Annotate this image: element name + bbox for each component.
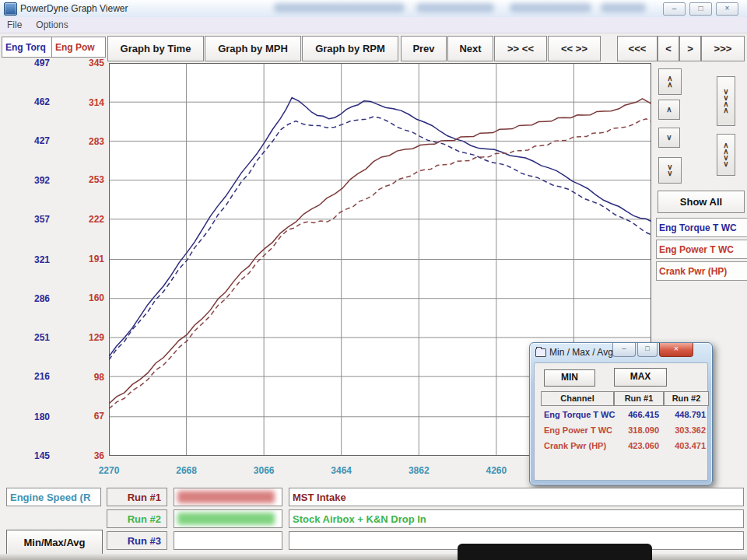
toolbar-button--[interactable]: <<< xyxy=(617,36,658,61)
toolbar-button-graph-by-rpm[interactable]: Graph by RPM xyxy=(302,36,398,61)
powerdyne-window: { "window": { "title": "PowerDyne Graph … xyxy=(0,0,747,560)
show-all-button[interactable]: Show All xyxy=(658,191,745,213)
app-icon xyxy=(4,2,17,16)
dialog-maximize-button[interactable]: □ xyxy=(637,343,658,357)
run-1-note-field[interactable]: MST Intake xyxy=(289,488,744,506)
chevron-double-up-button[interactable]: ∧ ∧ xyxy=(658,68,682,95)
torque-tick-label: 145 xyxy=(14,450,50,461)
spinner-expand-icon: ∧ ∧ ∨ ∨ xyxy=(723,142,728,167)
minimize-button[interactable]: – xyxy=(663,2,686,16)
toolbar-button--[interactable]: << >> xyxy=(548,36,601,61)
torque-tick-label: 357 xyxy=(14,214,50,225)
run-2-note-field[interactable]: Stock Airbox + K&N Drop In xyxy=(289,509,744,528)
redacted-run-1-value xyxy=(177,491,275,503)
torque-tick-label: 216 xyxy=(14,371,50,382)
menu-file[interactable]: File xyxy=(0,17,29,30)
torque-tick-label: 462 xyxy=(14,96,50,107)
run-label-3: Run #3 xyxy=(107,531,167,550)
power-tick-label: 345 xyxy=(72,58,104,68)
toolbar-button-graph-by-time[interactable]: Graph by Time xyxy=(107,36,204,61)
legend-eng-power-t-wc[interactable]: Eng Power T WC xyxy=(656,240,747,259)
chevron-up-button[interactable]: ∧ xyxy=(658,100,680,120)
power-tick-label: 36 xyxy=(72,450,104,461)
torque-tick-label: 286 xyxy=(14,293,50,304)
title-bar: PowerDyne Graph Viewer –□× xyxy=(0,0,747,18)
dialog-minimize-button[interactable]: – xyxy=(612,343,636,357)
menu-bar: FileOptions xyxy=(0,17,747,33)
column-header-run1[interactable]: Run #1 xyxy=(614,391,664,406)
redacted-run-2-value xyxy=(177,513,275,525)
chevron-double-up-icon: ∧ ∧ xyxy=(667,75,672,88)
toolbar-button-prev[interactable]: Prev xyxy=(401,36,447,61)
toolbar-button-graph-by-mph[interactable]: Graph by MPH xyxy=(205,36,301,61)
power-tick-label: 222 xyxy=(72,214,104,225)
column-header-run2[interactable]: Run #2 xyxy=(664,391,709,406)
torque-tick-label: 321 xyxy=(14,254,50,265)
rpm-tick-label: 2270 xyxy=(99,465,120,476)
dialog-row-channel: Crank Pwr (HP) xyxy=(544,441,606,450)
spinner-collapse-button[interactable]: ∨ ∨ ∧ ∧ xyxy=(717,76,735,126)
toolbar-button--[interactable]: >> << xyxy=(494,36,547,61)
dialog-row-run2-value: 403.471 xyxy=(662,441,706,450)
power-tick-label: 98 xyxy=(72,372,104,383)
minmaxavg-button[interactable]: Min/Max/Avg xyxy=(6,530,103,555)
axis-selector-torque[interactable]: Eng Torq xyxy=(2,37,54,58)
dialog-row-run2-value: 448.791 xyxy=(662,410,706,419)
dialog-row-run1-value: 318.090 xyxy=(614,425,659,435)
rpm-tick-label: 3066 xyxy=(254,465,275,476)
close-button[interactable]: × xyxy=(716,2,738,16)
max-button[interactable]: MAX xyxy=(614,368,667,387)
run-2-value-field[interactable] xyxy=(174,509,282,528)
background-window-fragment xyxy=(458,544,652,560)
axis-selector-power[interactable]: Eng Pow xyxy=(51,37,106,58)
dialog-body: MIN MAX Channel Run #1 Run #2 Eng Torque… xyxy=(534,362,708,481)
power-tick-label: 283 xyxy=(72,136,104,147)
run-label-2: Run #2 xyxy=(107,509,167,528)
min-button[interactable]: MIN xyxy=(544,369,595,387)
dialog-icon xyxy=(535,348,546,357)
torque-tick-label: 251 xyxy=(14,332,50,343)
power-tick-label: 160 xyxy=(72,292,104,303)
window-title: PowerDyne Graph Viewer xyxy=(20,3,128,14)
redacted-blur xyxy=(601,3,646,12)
toolbar-button--[interactable]: < xyxy=(658,36,679,61)
chevron-double-down-button[interactable]: ∨ ∨ xyxy=(658,157,682,184)
minimize-icon: – xyxy=(622,345,626,352)
run-3-value-field[interactable] xyxy=(174,531,282,550)
run-1-value-field[interactable] xyxy=(174,488,282,506)
legend-crank-pwr-hp-[interactable]: Crank Pwr (HP) xyxy=(656,261,747,281)
menu-options[interactable]: Options xyxy=(29,17,75,30)
legend-eng-torque-t-wc[interactable]: Eng Torque T WC xyxy=(656,218,747,237)
power-tick-label: 129 xyxy=(72,332,104,343)
torque-tick-label: 497 xyxy=(14,58,50,68)
run-label-1: Run #1 xyxy=(107,488,167,506)
torque-tick-label: 392 xyxy=(14,175,50,186)
minimize-icon: – xyxy=(672,4,677,12)
dialog-row-run1-value: 423.060 xyxy=(614,441,659,450)
toolbar-button--[interactable]: >>> xyxy=(701,36,745,61)
chevron-down-icon: ∨ xyxy=(666,135,672,141)
dialog-row-run2-value: 303.362 xyxy=(662,425,706,435)
rpm-tick-label: 4260 xyxy=(486,465,507,476)
power-tick-label: 191 xyxy=(72,254,104,264)
channel-select-box[interactable]: Engine Speed (R xyxy=(6,488,101,506)
series-eng-torque-t-wc-run-2- xyxy=(109,117,651,360)
column-header-channel[interactable]: Channel xyxy=(541,391,614,406)
close-icon: × xyxy=(725,4,730,12)
torque-tick-label: 180 xyxy=(14,411,50,422)
chevron-double-down-icon: ∨ ∨ xyxy=(667,164,672,177)
rpm-tick-label: 3464 xyxy=(331,465,352,476)
minmax-dialog: Min / Max / Avg Val... –□× MIN MAX Chann… xyxy=(529,342,713,485)
toolbar-button-next[interactable]: Next xyxy=(447,36,493,61)
toolbar-button--[interactable]: > xyxy=(679,36,701,61)
dialog-close-button[interactable]: × xyxy=(659,343,693,357)
redacted-blur xyxy=(416,3,494,12)
chevron-down-button[interactable]: ∨ xyxy=(658,128,680,148)
maximize-icon: □ xyxy=(645,345,649,352)
spinner-expand-button[interactable]: ∧ ∧ ∨ ∨ xyxy=(717,134,735,176)
power-tick-label: 67 xyxy=(72,411,104,422)
chevron-up-icon: ∧ xyxy=(666,107,672,113)
close-icon: × xyxy=(674,344,679,353)
redacted-blur xyxy=(510,3,591,12)
maximize-button[interactable]: □ xyxy=(689,2,712,16)
